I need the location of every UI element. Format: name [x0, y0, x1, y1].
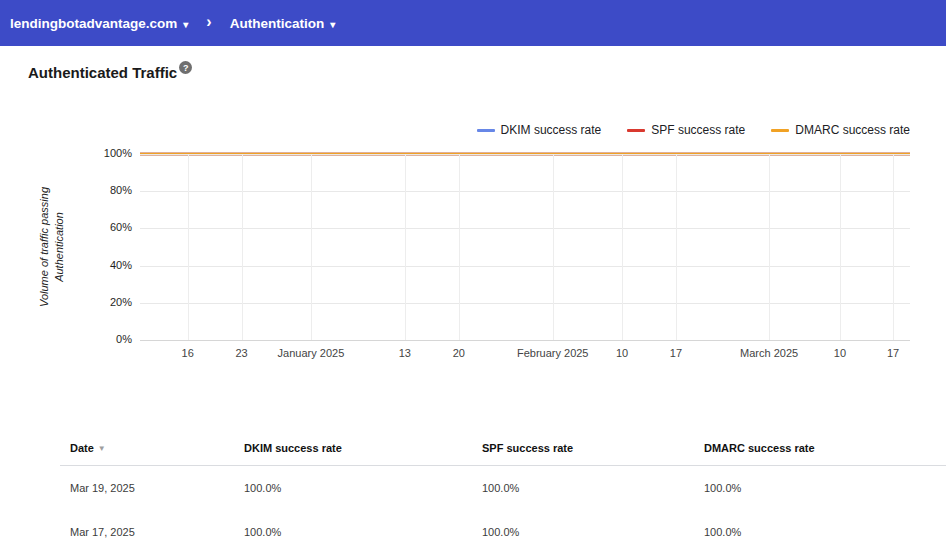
title-row: Authenticated Traffic ? — [28, 64, 946, 81]
y-tick-label: 100% — [0, 147, 132, 159]
table-row: Mar 19, 2025100.0%100.0%100.0% — [60, 466, 946, 510]
y-tick-label: 60% — [0, 221, 132, 233]
gridline-vertical — [459, 154, 460, 340]
column-header-dmarc-success-rate[interactable]: DMARC success rate — [694, 431, 946, 465]
gridline-vertical — [676, 154, 677, 340]
gridline-horizontal — [140, 266, 910, 267]
table-body: Mar 19, 2025100.0%100.0%100.0%Mar 17, 20… — [60, 466, 946, 553]
caret-down-icon: ▾ — [183, 19, 188, 30]
legend-line-swatch — [627, 129, 645, 132]
table-cell: 100.0% — [472, 482, 694, 494]
results-table: Date▼DKIM success rateSPF success rateDM… — [60, 431, 946, 553]
table-cell: Mar 19, 2025 — [60, 482, 234, 494]
page-title: Authenticated Traffic — [28, 64, 177, 81]
x-tick-label: 16 — [182, 347, 194, 359]
x-tick-label: 20 — [453, 347, 465, 359]
x-tick-label: 10 — [834, 347, 846, 359]
gridline-vertical — [893, 154, 894, 340]
gridline-vertical — [553, 154, 554, 340]
x-tick-label: 17 — [887, 347, 899, 359]
gridline-horizontal — [140, 228, 910, 229]
column-header-label: DMARC success rate — [704, 442, 815, 454]
breadcrumb-chevron-icon: › — [206, 13, 211, 31]
top-navigation-bar: lendingbotadvantage.com ▾ › Authenticati… — [0, 0, 946, 46]
x-tick-label: March 2025 — [740, 347, 798, 359]
table-header-row: Date▼DKIM success rateSPF success rateDM… — [60, 431, 946, 466]
section-label: Authentication — [230, 16, 325, 31]
column-header-label: Date — [70, 442, 94, 454]
gridline-vertical — [311, 154, 312, 340]
legend-line-swatch — [771, 129, 789, 132]
table-cell: 100.0% — [472, 526, 694, 538]
gridline-vertical — [188, 154, 189, 340]
series-lines — [140, 154, 910, 340]
x-tick-label: 10 — [616, 347, 628, 359]
legend-label: SPF success rate — [651, 123, 745, 137]
legend-item: DKIM success rate — [477, 123, 602, 137]
help-icon[interactable]: ? — [179, 61, 192, 74]
authenticated-traffic-chart: DKIM success rateSPF success rateDMARC s… — [0, 109, 946, 367]
table-cell: 100.0% — [694, 482, 946, 494]
table-cell: Mar 17, 2025 — [60, 526, 234, 538]
gridline-vertical — [242, 154, 243, 340]
caret-down-icon: ▾ — [330, 19, 335, 30]
legend-label: DMARC success rate — [795, 123, 910, 137]
gridline-vertical — [840, 154, 841, 340]
gridline-vertical — [405, 154, 406, 340]
column-header-label: DKIM success rate — [244, 442, 342, 454]
x-tick-label: January 2025 — [278, 347, 345, 359]
table-row: Mar 17, 2025100.0%100.0%100.0% — [60, 510, 946, 553]
sort-descending-icon[interactable]: ▼ — [98, 444, 106, 453]
domain-selector[interactable]: lendingbotadvantage.com ▾ — [10, 16, 188, 31]
y-tick-label: 40% — [0, 259, 132, 271]
legend-line-swatch — [477, 129, 495, 132]
chart-legend: DKIM success rateSPF success rateDMARC s… — [477, 123, 910, 137]
domain-label: lendingbotadvantage.com — [10, 16, 177, 31]
x-tick-label: 23 — [236, 347, 248, 359]
y-tick-label: 0% — [0, 333, 132, 345]
table-cell: 100.0% — [694, 526, 946, 538]
gridline-horizontal — [140, 154, 910, 155]
column-header-dkim-success-rate[interactable]: DKIM success rate — [234, 431, 472, 465]
x-tick-label: 13 — [399, 347, 411, 359]
gridline-horizontal — [140, 191, 910, 192]
column-header-date[interactable]: Date▼ — [60, 431, 234, 465]
gridline-vertical — [622, 154, 623, 340]
table-cell: 100.0% — [234, 482, 472, 494]
section-selector[interactable]: Authentication ▾ — [230, 16, 336, 31]
plot-area — [140, 154, 910, 340]
legend-item: DMARC success rate — [771, 123, 910, 137]
y-tick-label: 80% — [0, 184, 132, 196]
x-tick-label: 17 — [670, 347, 682, 359]
gridline-vertical — [769, 154, 770, 340]
gridline-horizontal — [140, 303, 910, 304]
y-tick-label: 20% — [0, 296, 132, 308]
column-header-spf-success-rate[interactable]: SPF success rate — [472, 431, 694, 465]
column-header-label: SPF success rate — [482, 442, 573, 454]
x-tick-label: February 2025 — [517, 347, 589, 359]
legend-label: DKIM success rate — [501, 123, 602, 137]
legend-item: SPF success rate — [627, 123, 745, 137]
table-cell: 100.0% — [234, 526, 472, 538]
gridline-horizontal — [140, 340, 910, 341]
